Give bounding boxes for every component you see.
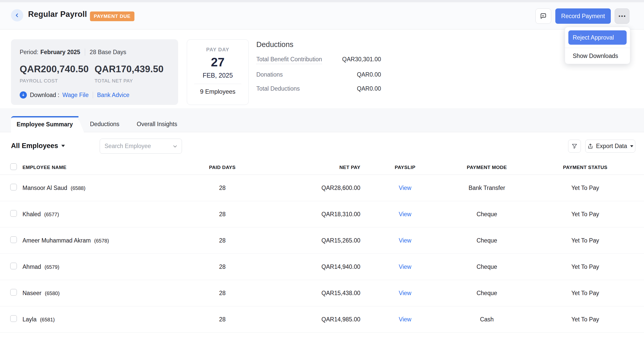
column-header-payment-status: PAYMENT STATUS bbox=[526, 165, 644, 170]
column-header-paid-days: PAID DAYS bbox=[202, 165, 243, 170]
row-checkbox[interactable] bbox=[10, 263, 17, 269]
tab-label: Employee Summary bbox=[11, 116, 78, 132]
employee-filter-label: All Employees bbox=[11, 142, 58, 150]
deduction-label-donations: Donations bbox=[256, 71, 283, 78]
payroll-cost-label: PAYROLL COST bbox=[20, 78, 95, 84]
deduction-label-total-benefit[interactable]: Total Benefit Contribution bbox=[256, 56, 322, 64]
download-icon bbox=[20, 91, 27, 99]
payslip-view-link[interactable]: View bbox=[399, 263, 411, 270]
paid-days-cell: 28 bbox=[202, 263, 243, 270]
net-pay-cell: QAR14,985.00 bbox=[243, 316, 363, 323]
table-row: Mansoor Al Saud (6588) 28 QAR28,600.00 V… bbox=[0, 175, 644, 201]
divider bbox=[194, 84, 241, 84]
download-label: Download : bbox=[30, 92, 59, 99]
menu-item-reject-approval[interactable]: Reject Approval bbox=[568, 30, 627, 45]
paid-days-cell: 28 bbox=[202, 211, 243, 218]
table-row: Ahmad (6579) 28 QAR14,940.00 View Cheque… bbox=[0, 254, 644, 280]
payslip-view-link[interactable]: View bbox=[399, 316, 411, 323]
employee-id: (6580) bbox=[45, 290, 60, 296]
row-checkbox[interactable] bbox=[10, 236, 17, 243]
payslip-view-link[interactable]: View bbox=[399, 290, 411, 296]
wage-file-link[interactable]: Wage File bbox=[62, 92, 89, 99]
total-net-pay-label: TOTAL NET PAY bbox=[95, 78, 169, 84]
period-summary-card: Period: February 2025 28 Base Days QAR20… bbox=[11, 39, 178, 105]
export-data-button[interactable]: Export Data bbox=[585, 140, 635, 153]
payment-mode-cell: Cheque bbox=[447, 263, 526, 270]
paid-days-cell: 28 bbox=[202, 237, 243, 244]
deductions-title: Deductions bbox=[256, 40, 381, 49]
period-value: February 2025 bbox=[40, 49, 80, 56]
back-button[interactable] bbox=[11, 9, 23, 21]
row-checkbox[interactable] bbox=[10, 315, 17, 322]
payday-employee-count: 9 Employees bbox=[187, 88, 248, 95]
select-all-checkbox[interactable] bbox=[10, 163, 17, 170]
payment-status-cell: Yet To Pay bbox=[526, 211, 644, 218]
base-days: 28 Base Days bbox=[90, 49, 126, 56]
employee-filter-dropdown[interactable]: All Employees bbox=[11, 142, 65, 150]
payday-month-year: FEB, 2025 bbox=[187, 72, 248, 79]
payday-day: 27 bbox=[187, 55, 248, 69]
more-options-button[interactable]: ••• bbox=[615, 8, 629, 24]
page-header: Regular Payroll PAYMENT DUE Record Payme… bbox=[0, 2, 644, 29]
paid-days-cell: 28 bbox=[202, 185, 243, 191]
more-options-menu: Reject Approval Show Downloads bbox=[565, 27, 630, 64]
payment-mode-cell: Cheque bbox=[447, 211, 526, 218]
row-checkbox[interactable] bbox=[10, 184, 17, 190]
employee-id: (6588) bbox=[71, 185, 86, 191]
employee-name: Ameer Muhammad Akram bbox=[22, 237, 91, 244]
payment-status-cell: Yet To Pay bbox=[526, 316, 644, 323]
tab-employee-summary[interactable]: Employee Summary bbox=[11, 116, 86, 132]
net-pay-cell: QAR18,310.00 bbox=[243, 211, 363, 218]
payroll-cost-value: QAR200,740.50 bbox=[20, 64, 95, 75]
menu-item-show-downloads[interactable]: Show Downloads bbox=[568, 48, 627, 64]
tab-overall-insights[interactable]: Overall Insights bbox=[137, 116, 177, 132]
payment-mode-cell: Cheque bbox=[447, 290, 526, 297]
employee-name: Khaled bbox=[22, 211, 41, 217]
divider bbox=[93, 92, 93, 98]
export-icon bbox=[587, 143, 593, 149]
table-row: Layla (6581) 28 QAR14,985.00 View Cash Y… bbox=[0, 306, 644, 333]
total-net-pay-value: QAR170,439.50 bbox=[95, 64, 169, 75]
employee-name: Naseer bbox=[22, 290, 41, 296]
row-checkbox[interactable] bbox=[10, 210, 17, 217]
comments-button[interactable] bbox=[535, 8, 551, 24]
column-header-employee-name: EMPLOYEE NAME bbox=[22, 165, 202, 170]
payslip-view-link[interactable]: View bbox=[399, 211, 411, 217]
table-row: Naseer (6580) 28 QAR15,438.00 View Chequ… bbox=[0, 280, 644, 306]
employee-name: Ahmad bbox=[22, 263, 41, 270]
search-employee-input[interactable] bbox=[105, 143, 172, 150]
deduction-value-total-deductions: QAR0.00 bbox=[357, 85, 381, 92]
net-pay-cell: QAR15,438.00 bbox=[243, 290, 363, 297]
filter-button[interactable] bbox=[568, 140, 581, 153]
chevron-down-icon bbox=[172, 144, 178, 149]
net-pay-cell: QAR14,940.00 bbox=[243, 263, 363, 270]
record-payment-button[interactable]: Record Payment bbox=[555, 8, 611, 24]
paid-days-cell: 28 bbox=[202, 290, 243, 297]
payday-card: PAY DAY 27 FEB, 2025 9 Employees bbox=[187, 39, 249, 105]
payroll-summary-panel: Period: February 2025 28 Base Days QAR20… bbox=[0, 30, 644, 108]
table-body: Mansoor Al Saud (6588) 28 QAR28,600.00 V… bbox=[0, 175, 644, 333]
search-employee-combobox[interactable] bbox=[100, 139, 182, 154]
bank-advice-link[interactable]: Bank Advice bbox=[97, 92, 130, 99]
employee-name: Mansoor Al Saud bbox=[22, 185, 67, 191]
deduction-value-total-benefit: QAR30,301.00 bbox=[342, 56, 381, 63]
caret-down-icon bbox=[630, 145, 633, 147]
chevron-left-icon bbox=[15, 13, 20, 18]
status-badge: PAYMENT DUE bbox=[90, 11, 134, 21]
employee-id: (6577) bbox=[44, 212, 59, 217]
payment-status-cell: Yet To Pay bbox=[526, 185, 644, 191]
employee-id: (6581) bbox=[40, 317, 55, 322]
window-top-strip bbox=[0, 0, 644, 2]
row-checkbox[interactable] bbox=[10, 289, 17, 296]
employee-summary-section: All Employees Export Data EMPLOYEE NAME … bbox=[0, 132, 644, 339]
divider bbox=[85, 49, 85, 56]
tab-deductions[interactable]: Deductions bbox=[90, 116, 119, 132]
net-pay-cell: QAR28,600.00 bbox=[243, 185, 363, 191]
employee-id: (6578) bbox=[94, 238, 109, 244]
payment-mode-cell: Cash bbox=[447, 316, 526, 323]
payslip-view-link[interactable]: View bbox=[399, 237, 411, 244]
funnel-icon bbox=[571, 143, 578, 150]
export-data-label: Export Data bbox=[596, 143, 627, 150]
payment-status-cell: Yet To Pay bbox=[526, 263, 644, 270]
payslip-view-link[interactable]: View bbox=[399, 185, 411, 191]
